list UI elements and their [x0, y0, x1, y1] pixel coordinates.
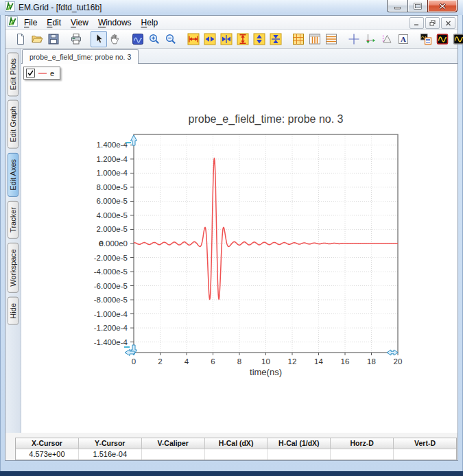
y-tick-label: -1.400e-4 — [94, 338, 128, 346]
expand-x-button[interactable] — [185, 31, 202, 47]
plot-style-red-button[interactable] — [434, 31, 451, 47]
plot-style-dark-button[interactable] — [451, 31, 463, 47]
sidebar-tabstrip: Edit PlotsEdit GraphEdit AxesTrackerWork… — [5, 49, 21, 434]
x-tick-label: 20 — [394, 357, 403, 366]
readout-header-x-cursor: X-Cursor — [16, 438, 79, 449]
document-tab-label: probe_e_field_time: probe no. 3 — [29, 53, 131, 61]
tracker-axes-button[interactable] — [362, 31, 379, 47]
sidebar-tab-hide[interactable]: Hide — [8, 297, 19, 325]
mdi-restore-button[interactable] — [425, 17, 440, 29]
window-bottom-edge — [0, 471, 463, 476]
text-annotation-button[interactable]: A — [395, 31, 412, 47]
mdi-restore-icon — [429, 20, 436, 26]
readout-header-horz-d: Horz-D — [331, 438, 394, 449]
y-tick-label: -6.000e-5 — [94, 282, 128, 290]
spread-y-button[interactable] — [251, 31, 268, 47]
svg-text:A: A — [401, 35, 406, 43]
save-file-button[interactable] — [45, 31, 62, 47]
horizontal-gridlines-button[interactable] — [323, 31, 340, 47]
menu-windows[interactable]: Windows — [93, 16, 136, 29]
y-tick-label: -1.200e-4 — [94, 324, 128, 332]
document-tabrow: probe_e_field_time: probe no. 3 — [21, 49, 458, 64]
select-cursor-button[interactable] — [91, 31, 107, 47]
plot-canvas[interactable]: e probe_e_field_time: probe no. 30246810… — [21, 64, 458, 434]
sidebar-tab-edit-axes[interactable]: Edit Axes — [8, 153, 19, 197]
chart-title: probe_e_field_time: probe no. 3 — [189, 113, 344, 126]
menu-edit[interactable]: Edit — [42, 16, 66, 29]
grid-button[interactable] — [290, 31, 307, 47]
y-tick-label: 0.000e0 — [99, 239, 128, 248]
fit-plot-button[interactable] — [130, 31, 146, 47]
caliper-button[interactable] — [379, 31, 395, 47]
document-icon[interactable] — [8, 16, 18, 29]
sidebar-tab-edit-graph[interactable]: Edit Graph — [8, 100, 19, 149]
mdi-close-button[interactable] — [441, 17, 455, 29]
sidebar-tab-edit-plots[interactable]: Edit Plots — [8, 52, 19, 96]
sidebar-tab-workspace[interactable]: Workspace — [8, 243, 19, 293]
x-cursor-handle-right[interactable] — [387, 350, 398, 355]
readout-header-y-cursor: Y-Cursor — [79, 438, 142, 449]
zoom-out-button[interactable] — [163, 31, 179, 47]
y-tick-label: -4.000e-5 — [94, 267, 128, 276]
legend-line-sample — [38, 73, 47, 74]
readout-value-2 — [142, 449, 205, 460]
readout-header-v-caliper: V-Caliper — [142, 438, 205, 449]
y-tick-label: 4.000e-5 — [97, 211, 128, 219]
x-tick-label: 4 — [185, 357, 189, 366]
menu-view[interactable]: View — [66, 16, 93, 29]
copy-plot-button[interactable] — [418, 31, 434, 47]
minimize-button[interactable] — [387, 0, 407, 12]
cursor-readout-table: X-CursorY-CursorV-CaliperH-Cal (dX)H-Cal… — [15, 438, 457, 460]
close-button[interactable] — [427, 0, 458, 12]
crosshair-button[interactable] — [346, 31, 362, 47]
legend-box: e — [23, 67, 60, 80]
y-tick-label: 2.000e-5 — [97, 225, 128, 233]
content-panel: probe_e_field_time: probe no. 3 e probe_… — [21, 49, 458, 434]
readout-value-3 — [205, 449, 268, 460]
readout-value-5 — [331, 449, 394, 460]
y-axis-label: e — [99, 239, 104, 248]
workspace: Edit PlotsEdit GraphEdit AxesTrackerWork… — [5, 49, 458, 434]
y-tick-label: -8.000e-5 — [94, 296, 128, 304]
window-controls — [387, 0, 458, 12]
readout-header-h-cal-1-dx-: H-Cal (1/dX) — [268, 438, 331, 449]
readout-value-row: 4.573e+001.516e-04 — [16, 449, 456, 460]
menu-help[interactable]: Help — [136, 16, 163, 29]
x-tick-label: 0 — [132, 357, 136, 366]
menubar: FileEditViewWindowsHelp — [5, 16, 458, 30]
x-tick-label: 8 — [237, 357, 241, 366]
close-icon — [438, 3, 447, 10]
center-y-button[interactable] — [268, 31, 284, 47]
mdi-minimize-button[interactable] — [409, 17, 424, 29]
x-tick-label: 2 — [158, 357, 162, 366]
statusbar: X-CursorY-CursorV-CaliperH-Cal (dX)H-Cal… — [5, 433, 458, 460]
y-cursor-handle-top[interactable] — [131, 135, 137, 145]
x-tick-label: 14 — [314, 357, 323, 366]
legend-checkbox[interactable] — [26, 69, 35, 78]
new-file-button[interactable] — [12, 31, 29, 47]
expand-y-button[interactable] — [235, 31, 251, 47]
print-button[interactable] — [68, 31, 84, 47]
menubar-items: FileEditViewWindowsHelp — [19, 16, 163, 29]
menu-file[interactable]: File — [19, 16, 42, 29]
sidebar-tab-tracker[interactable]: Tracker — [8, 201, 19, 239]
center-x-button[interactable] — [218, 31, 235, 47]
mdi-close-icon — [445, 21, 451, 26]
legend-series-label: e — [50, 69, 54, 78]
readout-header-vert-d: Vert-D — [394, 438, 456, 449]
client-area: FileEditViewWindowsHelp A Edit PlotsEdit… — [5, 15, 458, 461]
spread-x-button[interactable] — [202, 31, 218, 47]
app-icon[interactable] — [5, 1, 15, 14]
maximize-button[interactable] — [407, 0, 427, 12]
pan-hand-button[interactable] — [107, 31, 123, 47]
open-file-button[interactable] — [29, 31, 45, 47]
vertical-gridlines-button[interactable] — [307, 31, 323, 47]
readout-value-6 — [394, 449, 456, 460]
zoom-in-button[interactable] — [146, 31, 163, 47]
readout-header-row: X-CursorY-CursorV-CaliperH-Cal (dX)H-Cal… — [16, 438, 456, 449]
chart-svg: probe_e_field_time: probe no. 3024681012… — [21, 64, 458, 434]
document-tab[interactable]: probe_e_field_time: probe no. 3 — [22, 49, 139, 64]
x-tick-label: 10 — [261, 357, 270, 366]
y-tick-label: -1.000e-4 — [94, 310, 128, 318]
mdi-minimize-icon — [414, 21, 420, 26]
